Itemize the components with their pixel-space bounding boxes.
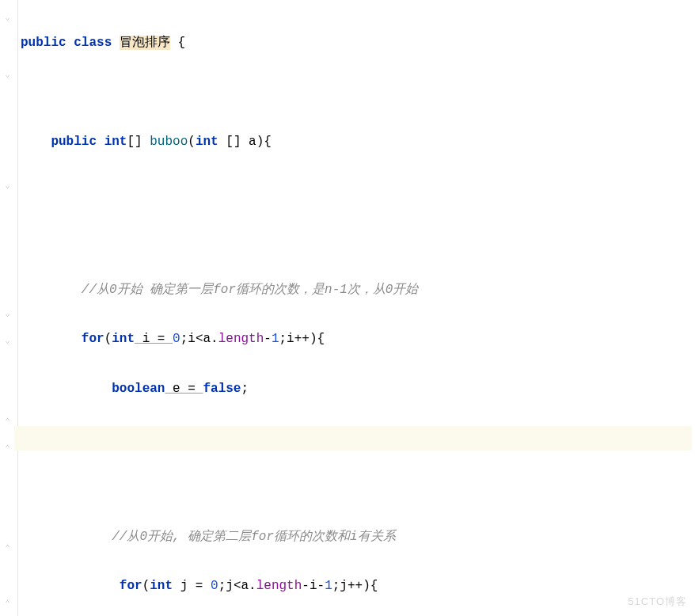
fold-marker-icon: ⌄ [2,310,13,318]
code-line [17,229,695,253]
fold-marker-icon: ⌄ [2,337,13,345]
fold-marker-icon: ⌄ [2,14,13,22]
code-line: for(int j = 0;j<a.length-i-1;j++){ [17,574,695,599]
watermark-text: 51CTO博客 [628,591,687,611]
fold-marker-icon: ⌃ [2,418,13,426]
code-line [17,476,695,500]
code-line [17,81,695,105]
current-line-highlight [14,426,692,451]
fold-marker-icon: ⌃ [2,445,13,453]
code-line: //从0开始 确定第一层for循环的次数，是n-1次，从0开始 [17,278,695,302]
code-line: public int[] buboo(int [] a){ [17,130,695,154]
fold-marker-icon: ⌄ [2,182,13,190]
gutter: ⌄ ⌄ ⌄ ⌄ ⌄ ⌃ ⌃ ⌃ ⌃ [0,0,18,616]
code-line: //从0开始, 确定第二层for循环的次数和i有关系 [17,525,695,549]
code-line: public class 冒泡排序 { [17,31,695,55]
fold-marker-icon: ⌃ [2,545,13,553]
code-line: boolean e = false; [17,377,695,401]
code-editor[interactable]: public class 冒泡排序 { public int[] buboo(i… [17,0,695,616]
fold-marker-icon: ⌄ [2,71,13,79]
fold-marker-icon: ⌃ [2,600,13,608]
code-line [17,179,695,203]
class-name-highlight: 冒泡排序 [120,36,170,50]
code-line: for(int i = 0;i<a.length-1;i++){ [17,327,695,352]
